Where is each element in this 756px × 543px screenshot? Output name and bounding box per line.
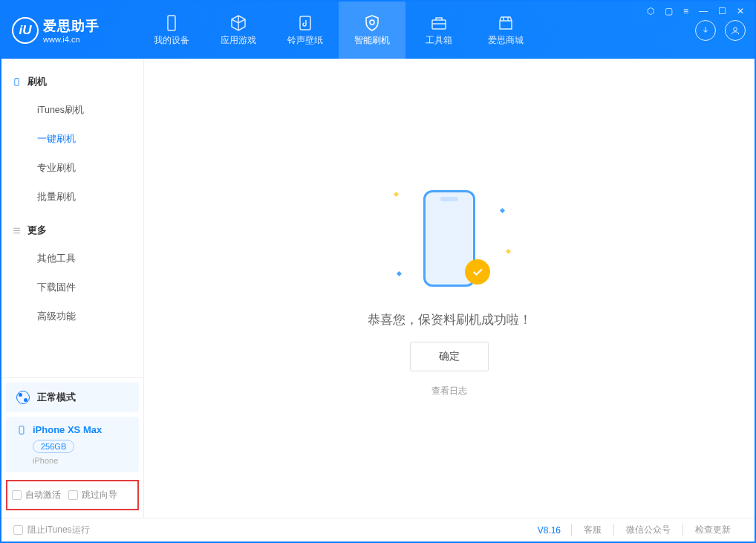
nav-apps-games[interactable]: 应用游戏 <box>205 1 272 59</box>
phone-icon <box>162 13 181 33</box>
svg-rect-6 <box>19 426 24 434</box>
footer-link-support[interactable]: 客服 <box>571 524 613 536</box>
cube-icon <box>229 13 248 33</box>
shield-icon <box>362 13 382 33</box>
toolbox-icon <box>429 13 449 33</box>
success-illustration <box>375 179 524 298</box>
nav-ringtone-wallpaper[interactable]: 铃声壁纸 <box>272 1 339 59</box>
window-controls: ⬡ ▢ ≡ — ☐ ✕ <box>647 6 744 16</box>
sidebar-item-onekey-flash[interactable]: 一键刷机 <box>1 125 143 154</box>
confirm-button[interactable]: 确定 <box>410 342 489 371</box>
sidebar-header-more[interactable]: 更多 <box>1 216 143 244</box>
app-url: www.i4.cn <box>43 35 100 44</box>
sidebar-mode[interactable]: 正常模式 <box>6 383 139 412</box>
minimize-button[interactable]: — <box>699 6 708 16</box>
svg-point-2 <box>370 20 374 25</box>
top-nav: 我的设备 应用游戏 铃声壁纸 智能刷机 工具箱 爱思商城 <box>138 1 539 59</box>
music-icon <box>296 13 315 33</box>
sidebar-checks: 自动激活 跳过向导 <box>6 480 139 510</box>
body: 刷机 iTunes刷机 一键刷机 专业刷机 批量刷机 更多 其他工具 下载固件 … <box>1 59 755 518</box>
svg-rect-1 <box>300 16 310 30</box>
view-log-link[interactable]: 查看日志 <box>431 385 467 397</box>
main-content: 恭喜您，保资料刷机成功啦！ 确定 查看日志 <box>144 59 755 518</box>
download-button[interactable] <box>695 20 716 41</box>
footer-link-wechat[interactable]: 微信公众号 <box>613 524 682 536</box>
sidebar-item-other-tools[interactable]: 其他工具 <box>1 244 143 273</box>
square-icon[interactable]: ▢ <box>665 6 673 16</box>
sidebar-item-batch-flash[interactable]: 批量刷机 <box>1 183 143 212</box>
checkbox-block-itunes[interactable]: 阻止iTunes运行 <box>13 524 90 536</box>
phone-small-icon <box>12 77 22 87</box>
checkbox-skip-guide[interactable]: 跳过向导 <box>68 489 117 501</box>
header: ⬡ ▢ ≡ — ☐ ✕ iU 爱思助手 www.i4.cn 我的设备 应用游戏 <box>1 1 755 59</box>
sidebar-device-area: 正常模式 iPhone XS Max 256GB iPhone 自动激活 跳过向… <box>1 377 143 518</box>
svg-rect-0 <box>168 16 175 30</box>
svg-rect-5 <box>15 78 19 85</box>
nav-toolbox[interactable]: 工具箱 <box>405 1 472 59</box>
sidebar-group-more: 更多 其他工具 下载固件 高级功能 <box>1 216 143 331</box>
sidebar-item-itunes-flash[interactable]: iTunes刷机 <box>1 96 143 125</box>
nav-smart-flash[interactable]: 智能刷机 <box>339 1 405 59</box>
device-capacity: 256GB <box>33 440 74 453</box>
footer: 阻止iTunes运行 V8.16 客服 微信公众号 检查更新 <box>1 518 755 542</box>
mode-icon <box>16 391 30 404</box>
logo-icon: iU <box>12 17 39 44</box>
nav-store[interactable]: 爱思商城 <box>472 1 539 59</box>
sidebar: 刷机 iTunes刷机 一键刷机 专业刷机 批量刷机 更多 其他工具 下载固件 … <box>1 59 144 518</box>
device-icon <box>16 425 27 435</box>
sidebar-group-flash: 刷机 iTunes刷机 一键刷机 专业刷机 批量刷机 <box>1 68 143 212</box>
success-message: 恭喜您，保资料刷机成功啦！ <box>368 311 532 328</box>
svg-point-4 <box>734 27 737 30</box>
header-right <box>695 20 746 41</box>
checkbox-auto-activate[interactable]: 自动激活 <box>12 489 61 501</box>
app-title: 爱思助手 <box>43 17 100 35</box>
device-type: iPhone <box>33 456 128 465</box>
sidebar-item-download-firmware[interactable]: 下载固件 <box>1 273 143 302</box>
version-label: V8.16 <box>538 525 561 536</box>
sidebar-device[interactable]: iPhone XS Max 256GB iPhone <box>6 417 139 472</box>
sidebar-header-flash[interactable]: 刷机 <box>1 68 143 96</box>
sidebar-item-pro-flash[interactable]: 专业刷机 <box>1 154 143 183</box>
footer-link-update[interactable]: 检查更新 <box>682 524 743 536</box>
close-button[interactable]: ✕ <box>737 6 744 16</box>
app-window: ⬡ ▢ ≡ — ☐ ✕ iU 爱思助手 www.i4.cn 我的设备 应用游戏 <box>0 0 756 543</box>
menu-icon[interactable]: ≡ <box>683 6 688 16</box>
nav-my-device[interactable]: 我的设备 <box>138 1 205 59</box>
check-badge-icon <box>465 259 490 284</box>
store-icon <box>496 13 515 33</box>
maximize-button[interactable]: ☐ <box>718 6 726 16</box>
svg-rect-3 <box>432 20 446 29</box>
shirt-icon[interactable]: ⬡ <box>647 6 654 16</box>
logo: iU 爱思助手 www.i4.cn <box>12 17 138 44</box>
device-name: iPhone XS Max <box>33 424 102 435</box>
user-button[interactable] <box>725 20 746 41</box>
sidebar-item-advanced[interactable]: 高级功能 <box>1 302 143 331</box>
list-icon <box>12 226 22 235</box>
